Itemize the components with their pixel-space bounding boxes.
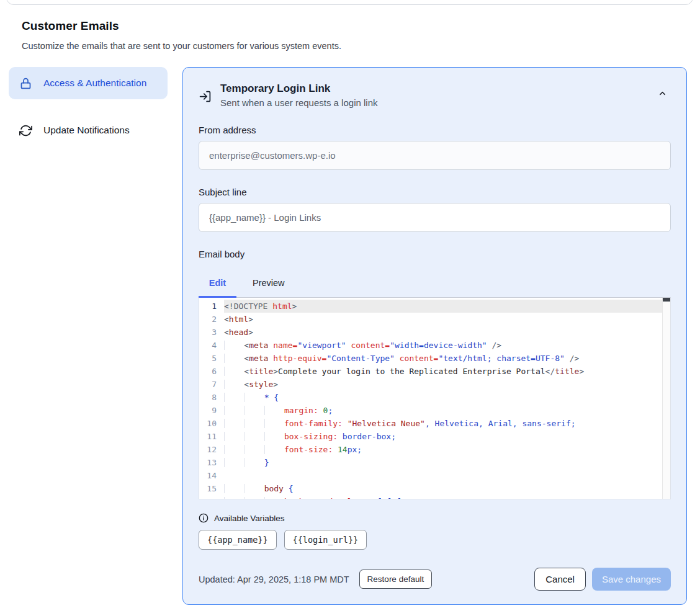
sidebar-item-update-notifications[interactable]: Update Notifications [9, 114, 168, 146]
code-token: ; [328, 406, 333, 415]
tab-edit[interactable]: Edit [199, 272, 236, 297]
line-number: 13 [199, 456, 224, 469]
code-lines-container: 1<!DOCTYPE html>2<html>3<head>4 <meta na… [199, 298, 670, 499]
line-number: 14 [199, 469, 224, 482]
indent-guide [244, 419, 264, 428]
panel-title-block: Temporary Login Link Sent when a user re… [220, 83, 654, 108]
line-number: 2 [199, 313, 224, 326]
info-icon [199, 513, 209, 523]
from-address-input[interactable] [199, 141, 671, 170]
code-token [333, 445, 338, 454]
sidebar-item-label: Access & Authentication [43, 76, 146, 91]
sidebar-gap [9, 99, 168, 114]
panel-header: Temporary Login Link Sent when a user re… [199, 83, 671, 108]
email-sections-sidebar: Access & Authentication Update Notificat… [9, 67, 168, 146]
indent-guide [244, 445, 264, 454]
line-number: 12 [199, 443, 224, 456]
collapse-panel-button[interactable] [654, 85, 671, 102]
indent-guide [224, 432, 244, 441]
code-line-content: <!DOCTYPE html> [224, 300, 670, 313]
code-token: http-equiv= [273, 354, 326, 363]
code-line[interactable]: 9 margin: 0; [199, 404, 670, 417]
cancel-button[interactable]: Cancel [534, 568, 586, 591]
code-token: 14 [338, 445, 348, 454]
code-token: content= [400, 354, 439, 363]
code-token [430, 419, 435, 428]
line-number: 6 [199, 365, 224, 378]
code-token: < [224, 328, 229, 337]
from-address-label: From address [199, 125, 671, 135]
code-token: <!DOCTYPE [224, 302, 272, 311]
code-token: meta [249, 354, 268, 363]
line-number: 16 [199, 495, 224, 499]
subject-line-input[interactable] [199, 203, 671, 232]
code-line-content: <style> [224, 378, 670, 391]
code-line[interactable]: 16 background-color: #fafafa; [199, 495, 670, 499]
code-token: Complete your login to the Replicated En… [278, 367, 545, 376]
line-number: 15 [199, 482, 224, 495]
code-token: margin: [284, 406, 318, 415]
code-line[interactable]: 3<head> [199, 326, 670, 339]
scrollbar-thumb[interactable] [663, 298, 670, 302]
indent-guide [224, 458, 244, 467]
indent-guide [224, 406, 244, 415]
indent-guide [224, 354, 244, 363]
code-line[interactable]: 14 [199, 469, 670, 482]
code-token: /> [487, 341, 501, 350]
subject-line-label: Subject line [199, 187, 671, 197]
restore-default-button[interactable]: Restore default [359, 570, 433, 589]
code-line[interactable]: 2<html> [199, 313, 670, 326]
code-token: > [248, 315, 253, 324]
code-token: "Content-Type" [326, 354, 395, 363]
code-line[interactable]: 7 <style> [199, 378, 670, 391]
code-line[interactable]: 6 <title>Complete your login to the Repl… [199, 365, 670, 378]
code-line[interactable]: 1<!DOCTYPE html> [199, 300, 670, 313]
editor-vertical-scrollbar[interactable] [662, 298, 670, 499]
code-token: box-sizing: [284, 432, 338, 441]
line-number: 8 [199, 391, 224, 404]
indent-guide [264, 406, 284, 415]
code-token: } [264, 458, 269, 467]
code-line[interactable]: 15 body { [199, 482, 670, 495]
code-token: "width=device-width" [390, 341, 487, 350]
indent-guide [224, 484, 244, 493]
code-line[interactable]: 13 } [199, 456, 670, 469]
code-token: #fafafa; [372, 497, 411, 499]
code-token: content= [351, 341, 390, 350]
code-line[interactable]: 12 font-size: 14px; [199, 443, 670, 456]
indent-guide [224, 393, 244, 402]
tab-preview[interactable]: Preview [253, 272, 285, 297]
code-line-content: <html> [224, 313, 670, 326]
page-subtitle: Customize the emails that are sent to yo… [22, 41, 678, 51]
code-token [395, 354, 400, 363]
code-token [318, 406, 323, 415]
code-line[interactable]: 4 <meta name="viewport" content="width=d… [199, 339, 670, 352]
code-line[interactable]: 8 * { [199, 391, 670, 404]
code-token: > [579, 367, 584, 376]
code-token: < [244, 367, 249, 376]
sidebar-item-label: Update Notifications [43, 123, 130, 138]
indent-guide [224, 497, 244, 499]
code-token: * { [264, 393, 279, 402]
code-line[interactable]: 5 <meta http-equiv="Content-Type" conten… [199, 352, 670, 365]
indent-guide [224, 445, 244, 454]
email-body-code-editor[interactable]: 1<!DOCTYPE html>2<html>3<head>4 <meta na… [199, 297, 671, 499]
code-token [343, 419, 348, 428]
indent-guide [264, 497, 284, 499]
line-number: 4 [199, 339, 224, 352]
indent-guide [224, 367, 244, 376]
save-changes-button[interactable]: Save changes [592, 568, 671, 591]
code-token: > [273, 380, 278, 389]
code-token: < [244, 354, 249, 363]
code-token: > [248, 328, 253, 337]
content-layout: Access & Authentication Update Notificat… [9, 67, 687, 605]
line-number: 7 [199, 378, 224, 391]
sidebar-item-access-authentication[interactable]: Access & Authentication [9, 67, 168, 99]
variable-chip-login-url[interactable]: {{login_url}} [284, 530, 367, 550]
code-token: border-box; [343, 432, 396, 441]
code-line[interactable]: 11 box-sizing: border-box; [199, 430, 670, 443]
indent-guide [224, 380, 244, 389]
code-line[interactable]: 10 font-family: "Helvetica Neue", Helvet… [199, 417, 670, 430]
code-token: "Helvetica Neue" [348, 419, 425, 428]
variable-chip-app-name[interactable]: {{app_name}} [199, 530, 277, 550]
